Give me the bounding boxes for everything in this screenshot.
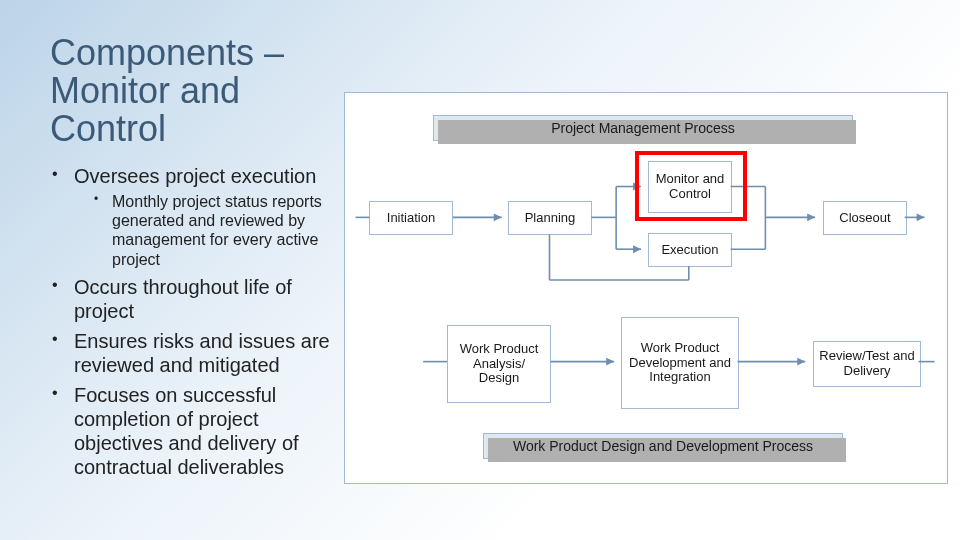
bullet-item: Focuses on successful completion of proj… <box>48 383 338 479</box>
box-wp-review: Review/Test and Delivery <box>813 341 921 387</box>
diagram-arrows <box>345 93 947 483</box>
bullet-item: Occurs throughout life of project <box>48 275 338 323</box>
sub-bullet-list: Monthly project status reports generated… <box>74 192 338 269</box>
box-planning: Planning <box>508 201 592 235</box>
svg-marker-5 <box>633 183 641 191</box>
svg-marker-20 <box>606 358 614 366</box>
box-monitor-control: Monitor and Control <box>648 161 732 213</box>
bullet-text: Oversees project execution <box>74 165 316 187</box>
svg-marker-12 <box>807 213 815 221</box>
svg-marker-7 <box>633 245 641 253</box>
process-diagram: Project Management Process Initiation Pl… <box>344 92 948 484</box>
bullet-list: Oversees project execution Monthly proje… <box>48 164 338 485</box>
box-closeout: Closeout <box>823 201 907 235</box>
svg-marker-22 <box>797 358 805 366</box>
svg-marker-1 <box>494 213 502 221</box>
box-wp-analysis: Work Product Analysis/ Design <box>447 325 551 403</box>
bullet-item: Ensures risks and issues are reviewed an… <box>48 329 338 377</box>
box-execution: Execution <box>648 233 732 267</box>
header-wp-process: Work Product Design and Development Proc… <box>483 433 843 459</box>
header-pm-process: Project Management Process <box>433 115 853 141</box>
sub-bullet-item: Monthly project status reports generated… <box>94 192 338 269</box>
bullet-item: Oversees project execution Monthly proje… <box>48 164 338 269</box>
slide-title: Components – Monitor and Control <box>50 34 320 147</box>
svg-marker-14 <box>917 213 925 221</box>
box-initiation: Initiation <box>369 201 453 235</box>
box-wp-dev: Work Product Development and Integration <box>621 317 739 409</box>
